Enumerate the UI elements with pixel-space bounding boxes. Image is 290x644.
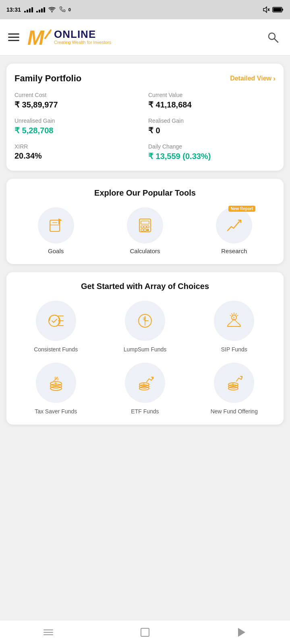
etf-funds-item[interactable]: ₹ ETF Funds bbox=[104, 363, 186, 415]
current-cost-value: ₹ 35,89,977 bbox=[14, 100, 142, 109]
svg-text:₹: ₹ bbox=[54, 382, 57, 386]
realised-gain-item: Realised Gain ₹ 0 bbox=[148, 118, 276, 135]
research-label: Research bbox=[221, 248, 247, 254]
portfolio-grid: Current Cost ₹ 35,89,977 Current Value ₹… bbox=[14, 92, 276, 161]
sip-funds-label: SIP Funds bbox=[221, 346, 247, 353]
svg-text:%: % bbox=[54, 376, 59, 382]
realised-gain-label: Realised Gain bbox=[148, 118, 276, 124]
xirr-label: XIRR bbox=[14, 143, 142, 150]
current-value-item: Current Value ₹ 41,18,684 bbox=[148, 92, 276, 109]
phone-icon bbox=[59, 6, 65, 13]
lumpsum-funds-icon: ₹ bbox=[135, 311, 155, 330]
new-report-badge: New Report bbox=[228, 206, 256, 212]
research-icon bbox=[226, 217, 242, 234]
consistent-funds-item[interactable]: Consistent Funds bbox=[14, 301, 97, 353]
status-bar: 13:31 0 bbox=[0, 0, 290, 19]
wifi-icon bbox=[48, 7, 56, 12]
hamburger-nav-icon bbox=[44, 630, 53, 635]
tax-saver-funds-label: Tax Saver Funds bbox=[35, 408, 77, 415]
tax-saver-funds-icon-wrapper: ₹ % bbox=[36, 363, 76, 403]
current-value-label: Current Value bbox=[148, 92, 276, 98]
app-logo: M ONLINE Creating Wealth for Investors bbox=[27, 25, 111, 50]
goals-icon-wrapper bbox=[38, 207, 74, 244]
etf-funds-label: ETF Funds bbox=[131, 408, 159, 415]
svg-marker-1 bbox=[263, 7, 267, 12]
logo-icon: M bbox=[27, 25, 52, 50]
app-header: M ONLINE Creating Wealth for Investors bbox=[0, 19, 290, 56]
bottom-nav bbox=[0, 620, 290, 644]
svg-marker-16 bbox=[59, 219, 62, 222]
choices-card: Get Started with Array of Choices bbox=[6, 272, 284, 425]
hamburger-menu[interactable] bbox=[8, 33, 19, 41]
portfolio-title: Family Portfolio bbox=[14, 73, 81, 84]
logo-online-text: ONLINE bbox=[54, 29, 111, 39]
svg-rect-19 bbox=[141, 226, 143, 228]
nav-home-button[interactable] bbox=[36, 624, 60, 640]
etf-funds-icon-wrapper: ₹ bbox=[125, 363, 165, 403]
search-button[interactable] bbox=[264, 29, 282, 46]
current-cost-label: Current Cost bbox=[14, 92, 142, 98]
svg-text:₹: ₹ bbox=[233, 316, 235, 320]
nfo-icon: ₹ bbox=[224, 373, 244, 392]
nav-back-button[interactable] bbox=[133, 624, 157, 640]
research-tool[interactable]: New Report Research bbox=[193, 207, 276, 254]
calculators-icon-wrapper bbox=[127, 207, 163, 244]
signal-icon-2 bbox=[36, 7, 45, 12]
signal-icon bbox=[24, 7, 33, 12]
calculators-label: Calculators bbox=[130, 248, 160, 254]
nfo-icon-wrapper: ₹ bbox=[214, 363, 254, 403]
svg-line-37 bbox=[236, 314, 236, 315]
xirr-item: XIRR 20.34% bbox=[14, 143, 142, 161]
popular-tools-card: Explore Our Popular Tools Goals bbox=[6, 179, 284, 264]
consistent-funds-icon bbox=[46, 311, 66, 330]
calculators-tool[interactable]: Calculators bbox=[104, 207, 186, 254]
search-icon bbox=[267, 31, 280, 44]
svg-rect-20 bbox=[144, 226, 146, 228]
triangle-nav-icon bbox=[238, 628, 245, 637]
unrealised-gain-label: Unrealised Gain bbox=[14, 118, 142, 124]
lumpsum-funds-item[interactable]: ₹ LumpSum Funds bbox=[104, 301, 186, 353]
consistent-funds-icon-wrapper bbox=[36, 301, 76, 341]
tools-row: Goals Calculators bbox=[14, 207, 276, 254]
nav-menu-button[interactable] bbox=[230, 624, 254, 640]
unrealised-gain-value: ₹ 5,28,708 bbox=[14, 126, 142, 135]
svg-text:₹: ₹ bbox=[143, 316, 146, 323]
tax-saver-funds-item[interactable]: ₹ % Tax Saver Funds bbox=[14, 363, 97, 415]
portfolio-card: Family Portfolio Detailed View › Current… bbox=[6, 64, 284, 171]
svg-rect-18 bbox=[141, 221, 149, 224]
popular-tools-title: Explore Our Popular Tools bbox=[14, 188, 276, 198]
logo-tagline-text: Creating Wealth for Investors bbox=[54, 39, 111, 45]
realised-gain-value: ₹ 0 bbox=[148, 126, 276, 135]
battery-icon bbox=[272, 6, 284, 13]
goals-tool[interactable]: Goals bbox=[14, 207, 97, 254]
tax-saver-funds-icon: ₹ % bbox=[46, 373, 66, 392]
sip-funds-item[interactable]: ₹ SIP Funds bbox=[193, 301, 276, 353]
detailed-view-link[interactable]: Detailed View › bbox=[230, 74, 276, 83]
xirr-value: 20.34% bbox=[14, 151, 142, 161]
square-nav-icon bbox=[141, 628, 149, 637]
current-value-value: ₹ 41,18,684 bbox=[148, 100, 276, 109]
etf-funds-icon: ₹ bbox=[135, 373, 155, 392]
nfo-label: New Fund Offering bbox=[211, 408, 258, 415]
svg-line-38 bbox=[232, 314, 232, 315]
research-icon-wrapper: New Report bbox=[216, 207, 252, 244]
nfo-item[interactable]: ₹ New Fund Offering bbox=[193, 363, 276, 415]
svg-point-0 bbox=[51, 11, 52, 12]
svg-line-39 bbox=[237, 315, 238, 316]
time-display: 13:31 bbox=[6, 6, 21, 13]
main-content: Family Portfolio Detailed View › Current… bbox=[0, 56, 290, 473]
svg-text:M: M bbox=[27, 27, 45, 49]
lumpsum-funds-icon-wrapper: ₹ bbox=[125, 301, 165, 341]
daily-change-label: Daily Change bbox=[148, 143, 276, 150]
status-right bbox=[263, 6, 284, 13]
svg-rect-12 bbox=[50, 220, 60, 231]
svg-rect-5 bbox=[273, 8, 282, 12]
svg-rect-21 bbox=[147, 226, 149, 228]
lumpsum-funds-label: LumpSum Funds bbox=[124, 346, 167, 353]
choices-title: Get Started with Array of Choices bbox=[14, 282, 276, 291]
mute-icon bbox=[263, 6, 270, 13]
svg-text:₹: ₹ bbox=[143, 383, 145, 387]
sip-funds-icon: ₹ bbox=[224, 311, 244, 330]
calculators-icon bbox=[137, 217, 153, 234]
svg-line-11 bbox=[274, 39, 278, 42]
